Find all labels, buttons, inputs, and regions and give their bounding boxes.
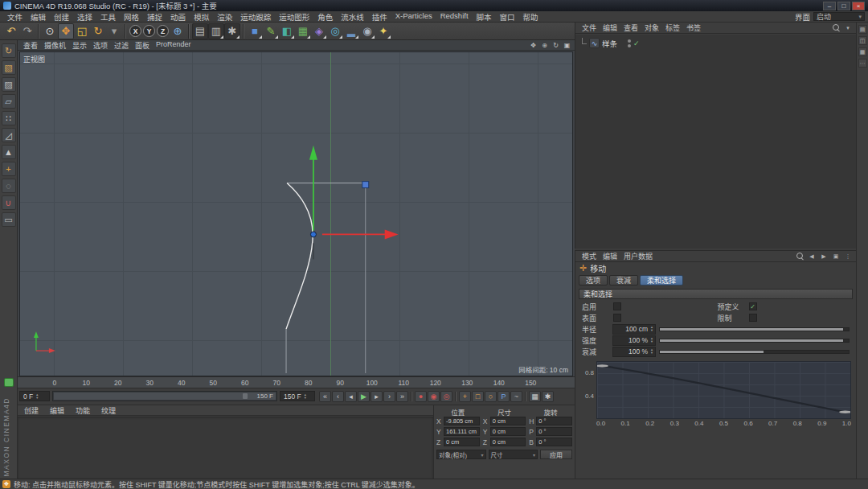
menu-item[interactable]: 窗口 — [496, 11, 519, 23]
object-manager-menu-item[interactable]: 文件 — [579, 23, 600, 33]
deformer-icon[interactable]: ◈ — [311, 23, 327, 39]
rotation-input[interactable]: 0 ° — [536, 417, 572, 425]
minimize-button[interactable]: – — [823, 2, 836, 10]
zoom-view-icon[interactable]: ⊕ — [539, 41, 550, 50]
object-manager-menu-item[interactable]: 编辑 — [600, 23, 620, 33]
stepper-icon[interactable]: ▲▼ — [650, 326, 653, 332]
falloff-curve-canvas[interactable] — [596, 361, 851, 419]
material-manager-tab[interactable]: 功能 — [71, 406, 95, 414]
menu-item[interactable]: 工具 — [96, 11, 120, 23]
next-key-button[interactable]: › — [383, 391, 395, 402]
render-picture-viewer-icon[interactable]: ▥ — [208, 23, 224, 39]
panel-menu-icon[interactable]: ⋮ — [843, 252, 853, 261]
attribute-menu-item[interactable]: 用户数据 — [620, 251, 656, 261]
radius-slider[interactable] — [659, 327, 850, 331]
stepper-icon[interactable]: ▲▼ — [650, 337, 653, 343]
viewport-menu-item[interactable]: 查看 — [20, 40, 41, 51]
rotation-input[interactable]: 0 ° — [536, 438, 572, 446]
spline-pen-icon[interactable]: ✎ — [263, 23, 279, 39]
model-mode-icon[interactable]: ▧ — [2, 60, 16, 75]
current-frame-input[interactable]: 0 F ▲▼ — [19, 391, 50, 401]
end-frame-input[interactable]: 150 F ▲▼ — [280, 391, 315, 401]
scale-tool-icon[interactable]: ◱ — [74, 23, 90, 39]
array-icon[interactable]: ▦ — [295, 23, 311, 39]
tab-falloff[interactable]: 衰减 — [609, 275, 638, 286]
viewport-canvas[interactable]: 正视图 网格间距: 10 cm — [19, 51, 573, 376]
attribute-menu-item[interactable]: 编辑 — [600, 251, 620, 261]
workplane-mode-icon[interactable]: ▱ — [2, 94, 16, 109]
undo-icon[interactable]: ↶ — [3, 23, 19, 39]
move-tool-icon[interactable]: ✥ — [58, 23, 74, 39]
menu-item[interactable]: 网格 — [120, 11, 143, 23]
playback-settings-icon[interactable]: ▦ — [529, 391, 541, 402]
more-palette-icon[interactable]: ⋯ — [858, 59, 867, 68]
visibility-toggles[interactable] — [628, 39, 631, 47]
render-settings-icon[interactable]: ✱ — [224, 23, 240, 39]
snap-icon[interactable]: ∪ — [2, 195, 16, 210]
limit-checkbox[interactable] — [749, 314, 757, 322]
subdivision-surface-icon[interactable]: ◧ — [279, 23, 295, 39]
viewport-solo-icon[interactable]: ◌ — [2, 179, 16, 193]
stepper-icon[interactable]: ▲▼ — [650, 348, 653, 355]
material-well[interactable] — [18, 417, 433, 479]
structure-panel-icon[interactable]: ▦ — [858, 47, 867, 56]
menu-item[interactable]: 流水线 — [337, 11, 368, 23]
light-icon[interactable]: ✦ — [375, 23, 391, 39]
render-view-icon[interactable]: ▤ — [192, 23, 208, 39]
surface-checkbox[interactable] — [613, 314, 621, 322]
size-input[interactable]: 0 cm — [490, 417, 526, 425]
viewport-menu-item[interactable]: 选项 — [90, 40, 111, 51]
viewport-menu-item[interactable]: 摄像机 — [41, 40, 69, 51]
record-rotation-toggle[interactable]: ○ — [485, 391, 497, 402]
menu-item[interactable]: 模拟 — [190, 11, 213, 23]
menu-item[interactable]: 编辑 — [27, 11, 50, 23]
object-manager-menu-item[interactable]: 书签 — [683, 23, 704, 33]
menu-item[interactable]: 动画 — [166, 11, 190, 23]
history-back-icon[interactable]: ◀ — [807, 252, 817, 261]
pan-view-icon[interactable]: ✥ — [528, 41, 538, 50]
falloff-curve-editor[interactable]: 0.8 0.4 0.00.10.20.30.40.50.60.70.80.91.… — [580, 361, 851, 427]
size-input[interactable]: 0 cm — [490, 438, 526, 446]
edges-mode-icon[interactable]: ◿ — [2, 128, 16, 142]
spline-point-handle[interactable] — [362, 182, 369, 188]
tab-soft-selection[interactable]: 柔和选择 — [640, 275, 683, 286]
enabled-check-icon[interactable]: ✓ — [633, 39, 640, 47]
apply-button[interactable]: 应用 — [540, 450, 572, 459]
orbit-view-icon[interactable]: ↻ — [551, 41, 561, 50]
lock-x-axis-button[interactable]: X — [129, 25, 141, 37]
field-icon[interactable]: ◎ — [327, 23, 343, 39]
prev-key-button[interactable]: ‹ — [332, 391, 344, 402]
coordinate-space-select[interactable]: 对象(相对)▾ — [436, 450, 486, 459]
position-input[interactable]: 161.111 cm — [444, 427, 480, 436]
menu-item[interactable]: 帮助 — [519, 11, 542, 23]
viewport-menu-item[interactable]: 过滤 — [111, 40, 132, 51]
polygons-mode-icon[interactable]: ▲ — [2, 145, 16, 159]
live-selection-icon[interactable]: ⊙ — [42, 23, 58, 39]
record-scale-toggle[interactable]: □ — [472, 391, 484, 402]
tab-options[interactable]: 选项 — [579, 275, 608, 286]
material-manager-tab[interactable]: 编辑 — [45, 406, 69, 414]
floor-icon[interactable]: ▂ — [343, 23, 359, 39]
rotation-input[interactable]: 0 ° — [536, 427, 572, 436]
move-gizmo-y-arrowhead[interactable] — [309, 146, 317, 160]
current-frame-marker[interactable] — [4, 378, 14, 387]
object-tree[interactable]: ∿ 样条 ✓ — [575, 35, 856, 249]
attribute-menu-item[interactable]: 模式 — [579, 251, 600, 261]
close-button[interactable]: × — [852, 2, 865, 10]
panel-lock-icon[interactable]: ▣ — [831, 252, 841, 261]
object-manager-menu-item[interactable]: 标签 — [662, 23, 683, 33]
strength-input[interactable]: 100 % ▲▼ — [612, 335, 656, 346]
goto-start-button[interactable]: « — [319, 391, 331, 402]
workplane-lock-icon[interactable]: ▭ — [2, 212, 16, 227]
object-manager-menu-item[interactable]: 对象 — [641, 23, 662, 33]
spline-path[interactable] — [286, 183, 313, 330]
object-manager-menu-item[interactable]: 查看 — [620, 23, 641, 33]
redo-icon[interactable]: ↷ — [19, 23, 35, 39]
coordinate-system-icon[interactable]: ⊕ — [170, 23, 186, 39]
record-position-toggle[interactable]: + — [459, 391, 471, 402]
menu-item[interactable]: 文件 — [3, 11, 27, 23]
size-input[interactable]: 0 cm — [490, 427, 526, 436]
menu-item[interactable]: 渲染 — [213, 11, 236, 23]
make-editable-icon[interactable]: ↻ — [2, 43, 16, 58]
camera-icon[interactable]: ◉ — [359, 23, 375, 39]
